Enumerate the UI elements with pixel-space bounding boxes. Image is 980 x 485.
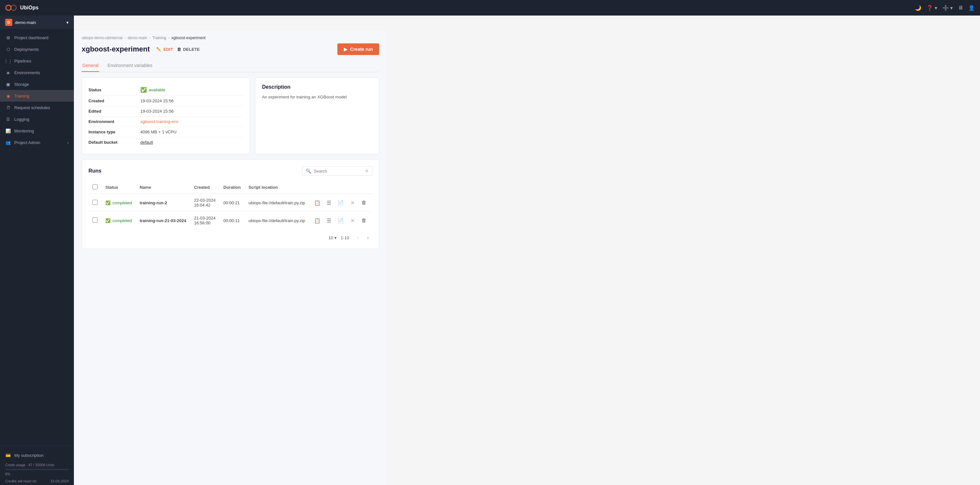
sidebar-item-monitoring[interactable]: 📊 Monitoring	[0, 125, 74, 136]
run-details-icon-1[interactable]: ☰	[325, 216, 334, 225]
page-title: xgboost-experiment	[82, 45, 150, 54]
col-script-location: Script location	[245, 181, 309, 194]
main-content: ubiops-demo-ubinternal › demo-main › Tra…	[74, 16, 387, 485]
page-range: 1-10	[340, 235, 349, 240]
edit-button[interactable]: ✏️ EDIT	[156, 45, 173, 54]
default-bucket-row: Default bucket default	[89, 137, 243, 147]
run-actions-0: 📋 ☰ 📄 ✕ 🗑	[313, 198, 369, 207]
status-value: ✅ available	[140, 87, 165, 93]
breadcrumb-item-0[interactable]: ubiops-demo-ubinternal	[82, 36, 123, 40]
search-icon: 🔍	[305, 168, 311, 174]
breadcrumb-sep-1: ›	[149, 36, 150, 40]
sidebar-item-training[interactable]: ◉ Training	[0, 90, 74, 101]
run-name-0: training-run-2	[136, 194, 190, 212]
run-duration-0: 00:00:21	[220, 194, 244, 212]
create-run-label: Create run	[350, 47, 373, 52]
user-icon[interactable]: 👤	[968, 5, 975, 11]
run-cancel-icon-0[interactable]: ✕	[348, 198, 357, 207]
row-checkbox-1[interactable]	[92, 217, 97, 223]
per-page-selector[interactable]: 10 ▾	[329, 235, 337, 240]
environments-icon: ◈	[5, 70, 11, 75]
add-icon[interactable]: ➕ ▾	[942, 5, 953, 11]
col-duration: Duration	[220, 181, 244, 194]
run-cancel-icon-1[interactable]: ✕	[348, 216, 357, 225]
content-area: ubiops-demo-ubinternal › demo-main › Tra…	[74, 31, 387, 485]
run-script-0: ubiops-file://default/train.py.zip	[245, 194, 309, 212]
svg-point-1	[11, 5, 16, 10]
tab-general[interactable]: General	[82, 60, 99, 72]
edit-icon: ✏️	[156, 47, 161, 52]
create-run-button[interactable]: ▶ Create run	[337, 43, 379, 55]
runs-header: Runs 🔍 ✕	[89, 166, 372, 176]
breadcrumb: ubiops-demo-ubinternal › demo-main › Tra…	[74, 31, 387, 40]
search-box[interactable]: 🔍 ✕	[302, 166, 372, 176]
table-header: Status Name Created Duration Script loca…	[89, 181, 372, 194]
sidebar-item-environments[interactable]: ◈ Environments	[0, 67, 74, 78]
run-logs-icon-0[interactable]: 📋	[313, 198, 322, 207]
delete-button[interactable]: 🗑 DELETE	[177, 45, 200, 54]
topbar: UbiOps 🌙 ❓ ▾ ➕ ▾ 🖥 👤	[0, 0, 980, 16]
per-page-value: 10	[329, 235, 333, 240]
completed-icon-0: ✅	[105, 200, 110, 205]
sidebar-item-project-admin[interactable]: 👥 Project Admin ›	[0, 136, 74, 148]
select-all-checkbox[interactable]	[92, 184, 97, 189]
breadcrumb-sep-2: ›	[168, 36, 170, 40]
run-copy-icon-1[interactable]: 📄	[336, 216, 345, 225]
credit-reset: 0%	[0, 471, 74, 479]
sidebar-item-request-schedules[interactable]: ⏱ Request schedules	[0, 101, 74, 113]
run-delete-icon-0[interactable]: 🗑	[360, 198, 369, 207]
created-value: 19-03-2024 15:56	[140, 98, 174, 103]
prev-page-button[interactable]: ‹	[353, 233, 362, 242]
status-badge-0: ✅ completed	[105, 200, 132, 205]
chevron-right-icon: ›	[67, 140, 69, 145]
sidebar-item-label: Request schedules	[14, 105, 50, 110]
sidebar-item-label: Monitoring	[14, 128, 34, 133]
notifications-icon[interactable]: 🖥	[958, 5, 963, 11]
dark-mode-icon[interactable]: 🌙	[915, 5, 921, 11]
instance-type-row: Instance type 4096 MB + 1 vCPU	[89, 127, 243, 137]
status-label: Status	[89, 87, 140, 92]
project-selector[interactable]: D demo-main ▾	[0, 16, 74, 29]
created-row: Created 19-03-2024 15:56	[89, 96, 243, 106]
clear-search-icon[interactable]: ✕	[365, 168, 369, 174]
sidebar-item-label: Environments	[14, 70, 40, 75]
logging-icon: ☰	[5, 116, 11, 122]
next-page-button[interactable]: ›	[363, 233, 372, 242]
default-bucket-value[interactable]: default	[140, 140, 153, 145]
edited-row: Edited 19-03-2024 15:56	[89, 106, 243, 117]
run-logs-icon-1[interactable]: 📋	[313, 216, 322, 225]
run-created-1: 21-03-2024 16:56:00	[190, 212, 220, 230]
sidebar-item-project-dashboard[interactable]: ⊞ Project dashboard	[0, 32, 74, 43]
logo-text: UbiOps	[20, 5, 38, 11]
environment-link[interactable]: xgboost-training-env	[140, 119, 178, 124]
sidebar-item-deployments[interactable]: ⬡ Deployments	[0, 43, 74, 55]
breadcrumb-item-1[interactable]: demo-main	[128, 36, 147, 40]
sidebar-item-logging[interactable]: ☰ Logging	[0, 113, 74, 125]
status-text-0: completed	[113, 200, 132, 205]
sidebar-item-pipelines[interactable]: ⋮⋮ Pipelines	[0, 55, 74, 67]
breadcrumb-item-2[interactable]: Training	[152, 36, 166, 40]
run-copy-icon-0[interactable]: 📄	[336, 198, 345, 207]
run-duration-1: 00:00:11	[220, 212, 244, 230]
delete-label: DELETE	[183, 47, 200, 52]
col-created: Created	[190, 181, 220, 194]
row-checkbox-0[interactable]	[92, 200, 97, 205]
credit-percent: 0%	[5, 472, 10, 476]
sidebar-item-storage[interactable]: ▣ Storage	[0, 78, 74, 90]
instance-type-label: Instance type	[89, 130, 140, 134]
help-icon[interactable]: ❓ ▾	[926, 5, 937, 11]
run-name-1: training-run-21-03-2024	[136, 212, 190, 230]
description-card: Description An experiment for training a…	[255, 78, 379, 154]
created-label: Created	[89, 98, 140, 103]
completed-icon-1: ✅	[105, 218, 110, 223]
run-details-icon-0[interactable]: ☰	[325, 198, 334, 207]
sidebar: D demo-main ▾ ⊞ Project dashboard ⬡ Depl…	[0, 16, 74, 485]
run-delete-icon-1[interactable]: 🗑	[360, 216, 369, 225]
search-input[interactable]	[314, 169, 362, 174]
sidebar-item-subscription[interactable]: 💳 My subscription	[0, 449, 74, 461]
edit-label: EDIT	[163, 47, 173, 52]
tab-env-vars[interactable]: Environment variables	[107, 60, 153, 72]
sidebar-item-label: Training	[14, 94, 29, 98]
runs-title: Runs	[89, 168, 102, 174]
info-card: Status ✅ available Created 19-03-2024 15…	[82, 78, 250, 154]
